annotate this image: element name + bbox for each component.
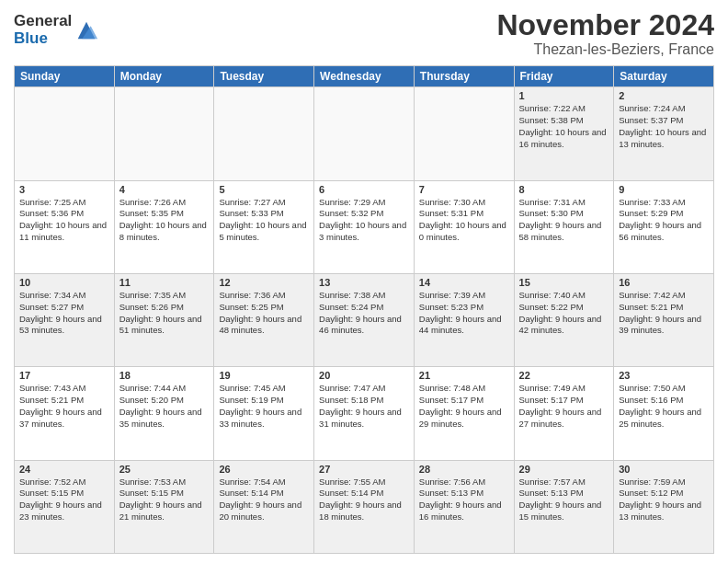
day-info: Sunrise: 7:24 AMSunset: 5:37 PMDaylight:… bbox=[619, 103, 709, 150]
logo-blue: Blue bbox=[14, 30, 72, 48]
day-info: Sunrise: 7:22 AMSunset: 5:38 PMDaylight:… bbox=[519, 103, 609, 150]
table-row: 21Sunrise: 7:48 AMSunset: 5:17 PMDayligh… bbox=[414, 367, 514, 460]
day-number: 5 bbox=[219, 184, 309, 195]
table-row: 8Sunrise: 7:31 AMSunset: 5:30 PMDaylight… bbox=[514, 180, 614, 273]
table-row: 11Sunrise: 7:35 AMSunset: 5:26 PMDayligh… bbox=[114, 273, 214, 366]
calendar-week-row: 10Sunrise: 7:34 AMSunset: 5:27 PMDayligh… bbox=[15, 273, 714, 366]
day-info: Sunrise: 7:27 AMSunset: 5:33 PMDaylight:… bbox=[219, 197, 309, 244]
table-row: 24Sunrise: 7:52 AMSunset: 5:15 PMDayligh… bbox=[15, 460, 115, 553]
day-info: Sunrise: 7:31 AMSunset: 5:30 PMDaylight:… bbox=[519, 197, 609, 244]
table-row: 4Sunrise: 7:26 AMSunset: 5:35 PMDaylight… bbox=[114, 180, 214, 273]
table-row: 3Sunrise: 7:25 AMSunset: 5:36 PMDaylight… bbox=[15, 180, 115, 273]
calendar-week-row: 24Sunrise: 7:52 AMSunset: 5:15 PMDayligh… bbox=[15, 460, 714, 553]
day-number: 6 bbox=[319, 184, 409, 195]
table-row: 27Sunrise: 7:55 AMSunset: 5:14 PMDayligh… bbox=[314, 460, 415, 553]
day-number: 19 bbox=[219, 370, 309, 381]
day-number: 12 bbox=[219, 277, 309, 288]
table-row: 15Sunrise: 7:40 AMSunset: 5:22 PMDayligh… bbox=[514, 273, 614, 366]
day-info: Sunrise: 7:34 AMSunset: 5:27 PMDaylight:… bbox=[19, 290, 109, 337]
day-number: 27 bbox=[319, 464, 409, 475]
day-number: 21 bbox=[419, 370, 509, 381]
title-section: November 2024 Thezan-les-Beziers, France bbox=[496, 9, 714, 58]
day-number: 9 bbox=[619, 184, 709, 195]
day-number: 22 bbox=[519, 370, 609, 381]
day-number: 25 bbox=[119, 464, 210, 475]
day-number: 3 bbox=[19, 184, 109, 195]
calendar-week-row: 3Sunrise: 7:25 AMSunset: 5:36 PMDaylight… bbox=[15, 180, 714, 273]
calendar: Sunday Monday Tuesday Wednesday Thursday… bbox=[14, 65, 714, 554]
table-row: 16Sunrise: 7:42 AMSunset: 5:21 PMDayligh… bbox=[614, 273, 714, 366]
table-row: 30Sunrise: 7:59 AMSunset: 5:12 PMDayligh… bbox=[614, 460, 714, 553]
table-row: 1Sunrise: 7:22 AMSunset: 5:38 PMDaylight… bbox=[514, 87, 614, 180]
day-info: Sunrise: 7:59 AMSunset: 5:12 PMDaylight:… bbox=[619, 477, 709, 523]
day-info: Sunrise: 7:54 AMSunset: 5:14 PMDaylight:… bbox=[219, 477, 309, 523]
day-number: 20 bbox=[319, 370, 409, 381]
table-row: 26Sunrise: 7:54 AMSunset: 5:14 PMDayligh… bbox=[214, 460, 314, 553]
day-info: Sunrise: 7:49 AMSunset: 5:17 PMDaylight:… bbox=[519, 383, 609, 430]
table-row: 29Sunrise: 7:57 AMSunset: 5:13 PMDayligh… bbox=[514, 460, 614, 553]
day-info: Sunrise: 7:26 AMSunset: 5:35 PMDaylight:… bbox=[119, 197, 210, 244]
col-friday: Friday bbox=[514, 66, 614, 87]
day-number: 7 bbox=[419, 184, 509, 195]
logo-icon bbox=[74, 17, 99, 43]
day-info: Sunrise: 7:44 AMSunset: 5:20 PMDaylight:… bbox=[119, 383, 210, 430]
table-row: 7Sunrise: 7:30 AMSunset: 5:31 PMDaylight… bbox=[414, 180, 514, 273]
day-info: Sunrise: 7:56 AMSunset: 5:13 PMDaylight:… bbox=[419, 477, 509, 523]
day-number: 8 bbox=[519, 184, 609, 195]
day-info: Sunrise: 7:57 AMSunset: 5:13 PMDaylight:… bbox=[519, 477, 609, 523]
day-info: Sunrise: 7:39 AMSunset: 5:23 PMDaylight:… bbox=[419, 290, 509, 337]
col-thursday: Thursday bbox=[414, 66, 514, 87]
table-row: 5Sunrise: 7:27 AMSunset: 5:33 PMDaylight… bbox=[214, 180, 314, 273]
day-number: 16 bbox=[619, 277, 709, 288]
day-info: Sunrise: 7:38 AMSunset: 5:24 PMDaylight:… bbox=[319, 290, 409, 337]
day-number: 15 bbox=[519, 277, 609, 288]
col-tuesday: Tuesday bbox=[214, 66, 314, 87]
day-info: Sunrise: 7:30 AMSunset: 5:31 PMDaylight:… bbox=[419, 197, 509, 244]
day-info: Sunrise: 7:33 AMSunset: 5:29 PMDaylight:… bbox=[619, 197, 709, 244]
day-info: Sunrise: 7:52 AMSunset: 5:15 PMDaylight:… bbox=[19, 477, 109, 523]
day-number: 26 bbox=[219, 464, 309, 475]
day-info: Sunrise: 7:53 AMSunset: 5:15 PMDaylight:… bbox=[119, 477, 210, 523]
day-number: 11 bbox=[119, 277, 210, 288]
calendar-week-row: 1Sunrise: 7:22 AMSunset: 5:38 PMDaylight… bbox=[15, 87, 714, 180]
day-number: 29 bbox=[519, 464, 609, 475]
header: General Blue November 2024 Thezan-les-Be… bbox=[14, 9, 714, 58]
table-row bbox=[114, 87, 214, 180]
table-row bbox=[414, 87, 514, 180]
logo: General Blue bbox=[14, 13, 99, 47]
calendar-week-row: 17Sunrise: 7:43 AMSunset: 5:21 PMDayligh… bbox=[15, 367, 714, 460]
day-info: Sunrise: 7:48 AMSunset: 5:17 PMDaylight:… bbox=[419, 383, 509, 430]
table-row: 12Sunrise: 7:36 AMSunset: 5:25 PMDayligh… bbox=[214, 273, 314, 366]
calendar-header-row: Sunday Monday Tuesday Wednesday Thursday… bbox=[15, 66, 714, 87]
day-info: Sunrise: 7:40 AMSunset: 5:22 PMDaylight:… bbox=[519, 290, 609, 337]
day-info: Sunrise: 7:35 AMSunset: 5:26 PMDaylight:… bbox=[119, 290, 210, 337]
day-number: 4 bbox=[119, 184, 210, 195]
table-row: 9Sunrise: 7:33 AMSunset: 5:29 PMDaylight… bbox=[614, 180, 714, 273]
table-row: 13Sunrise: 7:38 AMSunset: 5:24 PMDayligh… bbox=[314, 273, 415, 366]
day-info: Sunrise: 7:45 AMSunset: 5:19 PMDaylight:… bbox=[219, 383, 309, 430]
day-number: 14 bbox=[419, 277, 509, 288]
day-info: Sunrise: 7:36 AMSunset: 5:25 PMDaylight:… bbox=[219, 290, 309, 337]
table-row: 19Sunrise: 7:45 AMSunset: 5:19 PMDayligh… bbox=[214, 367, 314, 460]
day-number: 10 bbox=[19, 277, 109, 288]
day-number: 1 bbox=[519, 90, 609, 101]
day-info: Sunrise: 7:25 AMSunset: 5:36 PMDaylight:… bbox=[19, 197, 109, 244]
day-number: 28 bbox=[419, 464, 509, 475]
day-info: Sunrise: 7:29 AMSunset: 5:32 PMDaylight:… bbox=[319, 197, 409, 244]
day-number: 17 bbox=[19, 370, 109, 381]
day-number: 24 bbox=[19, 464, 109, 475]
location-title: Thezan-les-Beziers, France bbox=[496, 41, 714, 58]
table-row: 23Sunrise: 7:50 AMSunset: 5:16 PMDayligh… bbox=[614, 367, 714, 460]
table-row: 10Sunrise: 7:34 AMSunset: 5:27 PMDayligh… bbox=[15, 273, 115, 366]
table-row: 2Sunrise: 7:24 AMSunset: 5:37 PMDaylight… bbox=[614, 87, 714, 180]
page: General Blue November 2024 Thezan-les-Be… bbox=[0, 0, 728, 563]
logo-general: General bbox=[14, 13, 72, 30]
table-row: 6Sunrise: 7:29 AMSunset: 5:32 PMDaylight… bbox=[314, 180, 415, 273]
logo-text: General Blue bbox=[14, 13, 72, 47]
day-info: Sunrise: 7:47 AMSunset: 5:18 PMDaylight:… bbox=[319, 383, 409, 430]
col-sunday: Sunday bbox=[15, 66, 115, 87]
col-saturday: Saturday bbox=[614, 66, 714, 87]
day-info: Sunrise: 7:43 AMSunset: 5:21 PMDaylight:… bbox=[19, 383, 109, 430]
col-wednesday: Wednesday bbox=[314, 66, 415, 87]
day-number: 2 bbox=[619, 90, 709, 101]
